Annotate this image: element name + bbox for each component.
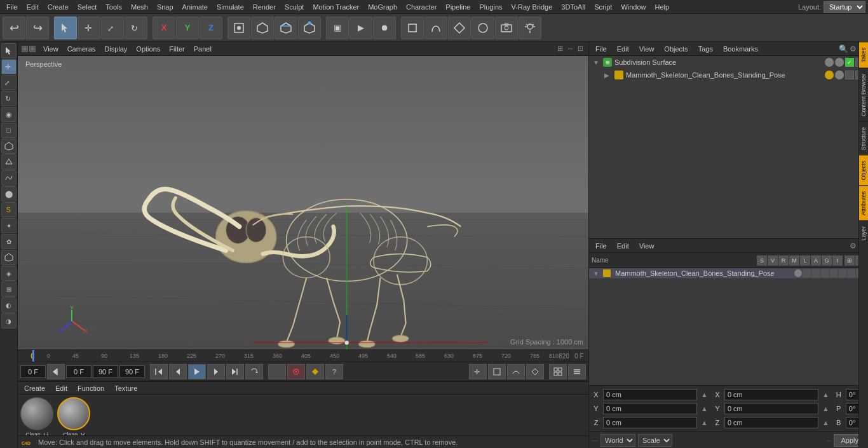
coord-z-size-arrow[interactable]: ▲: [821, 419, 831, 426]
polygon-mode-button[interactable]: [251, 17, 274, 39]
side-tab-layer[interactable]: Layer: [859, 221, 868, 246]
frame-back-btn[interactable]: [47, 364, 65, 379]
vp-menu-display[interactable]: Display: [100, 44, 131, 54]
lt-btn7[interactable]: [1, 154, 17, 170]
step-back-btn[interactable]: [169, 364, 187, 379]
help-btn[interactable]: ?: [325, 364, 343, 379]
current-frame-input[interactable]: [20, 365, 46, 378]
lt-btn9[interactable]: ⬤: [1, 186, 17, 201]
attr-col-g[interactable]: G: [822, 255, 832, 266]
select-tool-button[interactable]: [54, 17, 77, 39]
auto-key-btn[interactable]: [287, 364, 305, 379]
obj-menu-objects[interactable]: Objects: [661, 44, 690, 54]
world-dropdown[interactable]: World: [600, 434, 635, 447]
menu-vray[interactable]: V-Ray Bridge: [508, 2, 557, 12]
viewport-3d[interactable]: Perspective Grid Spacing : 1000 cm X Z Y: [18, 56, 588, 350]
obj-mammoth-render[interactable]: [835, 71, 844, 79]
attr-menu-file[interactable]: File: [593, 241, 609, 251]
goto-end-btn[interactable]: [226, 364, 244, 379]
scale-dropdown[interactable]: Scale: [638, 434, 672, 447]
lt-btn17[interactable]: ◑: [1, 313, 17, 329]
menu-render[interactable]: Render: [249, 2, 280, 12]
lt-btn16[interactable]: ◐: [1, 297, 17, 313]
edge-mode-button[interactable]: [275, 17, 297, 39]
render-preview-button[interactable]: ▣: [326, 17, 349, 39]
menu-motion-tracker[interactable]: Motion Tracker: [309, 2, 363, 12]
attr-col-v[interactable]: V: [768, 255, 778, 266]
grid-btn[interactable]: [549, 364, 567, 379]
lt-select-btn[interactable]: [1, 43, 17, 58]
z-axis-button[interactable]: Z: [200, 17, 222, 39]
menu-help[interactable]: Help: [651, 2, 674, 12]
keyframe-btn[interactable]: [306, 364, 324, 379]
coord-y-size-arrow[interactable]: ▲: [821, 405, 831, 412]
play-btn[interactable]: [188, 364, 206, 379]
move-tool-button[interactable]: ✛: [78, 17, 100, 39]
menu-select[interactable]: Select: [74, 2, 101, 12]
attr-dot-2[interactable]: [803, 269, 811, 277]
menu-mesh[interactable]: Mesh: [127, 2, 152, 12]
mat-menu-texture[interactable]: Texture: [112, 383, 140, 393]
attr-dot-7[interactable]: [848, 269, 855, 277]
timeline-ruler[interactable]: 0 0 45 90 135 180 225 270 315 360 405 45…: [18, 350, 588, 362]
attr-dot-4[interactable]: [821, 269, 829, 277]
move-keys-btn[interactable]: ✛: [469, 364, 487, 379]
nurbs-button[interactable]: [424, 17, 447, 39]
environment-button[interactable]: [471, 17, 494, 39]
menu-edit[interactable]: Edit: [23, 2, 43, 12]
lt-btn13[interactable]: [1, 250, 17, 265]
redo-button[interactable]: ↪: [26, 17, 49, 39]
attr-dot-5[interactable]: [830, 269, 837, 277]
menu-file[interactable]: File: [3, 2, 22, 12]
obj-row-mammoth[interactable]: ▶ Mammoth_Skeleton_Clean_Bones_Standing_…: [589, 69, 868, 81]
menu-window[interactable]: Window: [617, 2, 649, 12]
render-queue-button[interactable]: ⏺: [373, 17, 396, 39]
coord-x-arrow[interactable]: ▲: [700, 391, 709, 398]
attr-dot-3[interactable]: [812, 269, 820, 277]
attr-menu-edit[interactable]: Edit: [614, 241, 632, 251]
end-frame2-input[interactable]: [119, 365, 145, 378]
deformer-button[interactable]: [448, 17, 471, 39]
menu-script[interactable]: Script: [590, 2, 616, 12]
obj-menu-edit[interactable]: Edit: [614, 44, 632, 54]
obj-vis-icon[interactable]: [825, 58, 834, 67]
attr-col-s[interactable]: S: [757, 255, 767, 266]
menu-sculpt[interactable]: Sculpt: [281, 2, 308, 12]
coord-y-pos[interactable]: [603, 403, 697, 414]
end-frame-input[interactable]: [93, 365, 118, 378]
lt-btn8[interactable]: [1, 170, 17, 186]
coord-y-size[interactable]: [724, 403, 818, 414]
attr-dot-6[interactable]: [839, 269, 846, 277]
vp-menu-options[interactable]: Options: [132, 44, 164, 54]
coord-z-pos[interactable]: [603, 417, 697, 428]
attr-dot-1[interactable]: [794, 269, 802, 277]
menu-plugins[interactable]: Plugins: [475, 2, 506, 12]
obj-render-icon[interactable]: [835, 58, 844, 67]
layout-dropdown[interactable]: Startup: [824, 1, 865, 13]
goto-start-btn[interactable]: [150, 364, 168, 379]
menu-pipeline[interactable]: Pipeline: [442, 2, 474, 12]
y-axis-button[interactable]: Y: [176, 17, 199, 39]
loop-btn[interactable]: [245, 364, 263, 379]
obj-mammoth-check[interactable]: [845, 71, 854, 79]
start-frame-input[interactable]: [66, 365, 92, 378]
vp-menu-cameras[interactable]: Cameras: [64, 44, 100, 54]
attr-col-i[interactable]: I: [832, 255, 843, 266]
obj-check-icon[interactable]: ✓: [845, 58, 854, 67]
lt-btn12[interactable]: ✿: [1, 234, 17, 249]
attr-col-a[interactable]: A: [811, 255, 821, 266]
scale-tool-button[interactable]: ⤢: [101, 17, 124, 39]
side-tab-structure[interactable]: Structure: [859, 121, 868, 156]
obj-menu-tags[interactable]: Tags: [696, 44, 715, 54]
menu-tools[interactable]: Tools: [102, 2, 126, 12]
lt-btn15[interactable]: ⊞: [1, 282, 17, 297]
lt-rotate-btn[interactable]: ↻: [1, 91, 17, 106]
record-btn[interactable]: [268, 364, 286, 379]
menu-mograph[interactable]: MoGraph: [364, 2, 401, 12]
lt-btn11[interactable]: ✦: [1, 218, 17, 233]
obj-menu-view[interactable]: View: [637, 44, 657, 54]
key-mode-btn[interactable]: [526, 364, 544, 379]
vp-menu-view[interactable]: View: [39, 44, 62, 54]
menu-animate[interactable]: Animate: [179, 2, 212, 12]
cube-primitive-button[interactable]: [401, 17, 424, 39]
